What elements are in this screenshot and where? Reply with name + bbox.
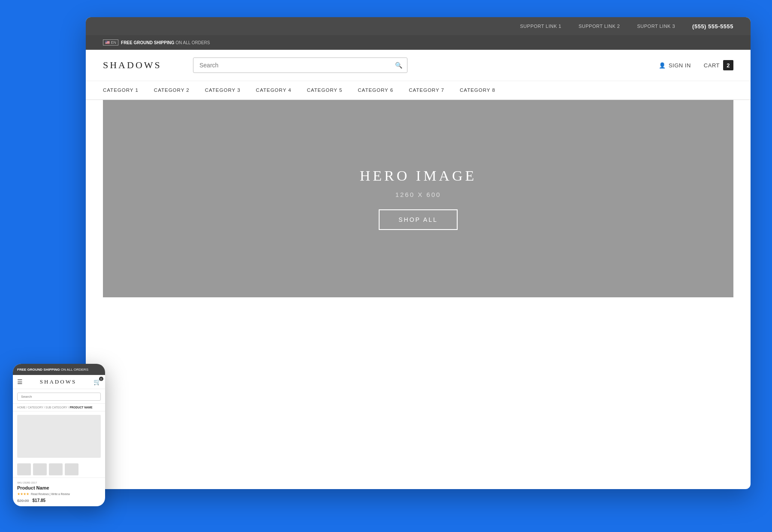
- support-link-1[interactable]: SUPPORT LINK 1: [520, 24, 561, 29]
- support-link-2[interactable]: SUPPORT LINK 2: [579, 24, 620, 29]
- mobile-product-info: SKU 23282-2217 Product Name ★★★★ Read Re…: [13, 478, 105, 506]
- hero-title: HERO IMAGE: [360, 168, 476, 184]
- nav-item-cat7[interactable]: CATEGORY 7: [409, 82, 444, 100]
- nav-bar: CATEGORY 1 CATEGORY 2 CATEGORY 3 CATEGOR…: [86, 81, 751, 100]
- mobile-search-input[interactable]: [17, 393, 101, 401]
- shop-all-button[interactable]: SHOP ALL: [379, 209, 457, 230]
- mobile-sku: SKU 23282-2217: [17, 481, 101, 484]
- mobile-breadcrumb: HOME / CATEGORY / SUB CATEGORY / PRODUCT…: [13, 404, 105, 411]
- desktop-mockup: SUPPORT LINK 1 SUPPORT LINK 2 SUPORT LIN…: [86, 17, 751, 489]
- mobile-thumb-2[interactable]: [33, 463, 47, 475]
- mobile-thumbnails: [13, 461, 105, 478]
- shipping-bar: 🇺🇸 EN FREE GROUND SHIPPING ON ALL ORDERS: [86, 35, 751, 50]
- mobile-cart-icon[interactable]: 🛒 0: [93, 378, 101, 385]
- mobile-shipping-text: FREE GROUND SHIPPING ON ALL ORDERS: [17, 368, 88, 372]
- hero-section: HERO IMAGE 1260 X 600 SHOP ALL: [103, 100, 733, 297]
- header-actions: 👤 SIGN IN CART 2: [659, 60, 733, 70]
- nav-item-cat5[interactable]: CATEGORY 5: [307, 82, 342, 100]
- lang-flag: 🇺🇸 EN: [103, 39, 118, 45]
- hamburger-menu-icon[interactable]: ☰: [17, 378, 23, 385]
- original-price: $20.00: [17, 499, 29, 503]
- nav-item-cat2[interactable]: CATEGORY 2: [154, 82, 190, 100]
- search-wrapper: 🔍: [193, 57, 407, 73]
- mobile-thumb-1[interactable]: [17, 463, 31, 475]
- sale-price: $17.85: [33, 498, 46, 503]
- mobile-product-image: [17, 415, 101, 458]
- mobile-thumb-4[interactable]: [65, 463, 78, 475]
- mobile-cart-badge: 0: [99, 377, 103, 381]
- site-logo[interactable]: SHADOWS: [103, 60, 172, 71]
- mobile-shipping-bar: FREE GROUND SHIPPING ON ALL ORDERS: [13, 364, 105, 375]
- mobile-reviews: ★★★★ Read Reviews | Write a Review: [17, 492, 101, 496]
- star-rating: ★★★★: [17, 492, 29, 496]
- support-bar: SUPPORT LINK 1 SUPPORT LINK 2 SUPORT LIN…: [86, 17, 751, 35]
- read-reviews-link[interactable]: Read Reviews: [31, 493, 49, 496]
- nav-item-cat8[interactable]: CATEGORY 8: [460, 82, 495, 100]
- sign-in-button[interactable]: 👤 SIGN IN: [659, 62, 691, 69]
- cart-button[interactable]: CART 2: [704, 60, 733, 70]
- support-phone[interactable]: (555) 555-5555: [692, 23, 733, 30]
- mobile-product-name: Product Name: [17, 485, 101, 490]
- user-icon: 👤: [659, 62, 666, 69]
- mobile-prices: $20.00 $17.85: [17, 498, 101, 503]
- cart-count: 2: [723, 60, 733, 70]
- search-input[interactable]: [193, 57, 407, 73]
- mobile-mockup: FREE GROUND SHIPPING ON ALL ORDERS ☰ SHA…: [13, 364, 105, 506]
- mobile-header: ☰ SHADOWS 🛒 0: [13, 375, 105, 389]
- nav-item-cat1[interactable]: CATEGORY 1: [103, 82, 139, 100]
- header-main: SHADOWS 🔍 👤 SIGN IN CART 2: [86, 50, 751, 81]
- nav-item-cat6[interactable]: CATEGORY 6: [358, 82, 393, 100]
- shipping-text: FREE GROUND SHIPPING ON ALL ORDERS: [121, 40, 210, 45]
- mobile-logo[interactable]: SHADOWS: [40, 378, 76, 385]
- search-icon[interactable]: 🔍: [395, 62, 402, 69]
- mobile-search-wrapper: [13, 389, 105, 404]
- nav-item-cat3[interactable]: CATEGORY 3: [205, 82, 241, 100]
- write-review-link[interactable]: Write a Review: [51, 493, 70, 496]
- support-link-3[interactable]: SUPORT LINK 3: [637, 24, 675, 29]
- mobile-thumb-3[interactable]: [49, 463, 63, 475]
- nav-item-cat4[interactable]: CATEGORY 4: [256, 82, 292, 100]
- hero-subtitle: 1260 X 600: [395, 191, 441, 198]
